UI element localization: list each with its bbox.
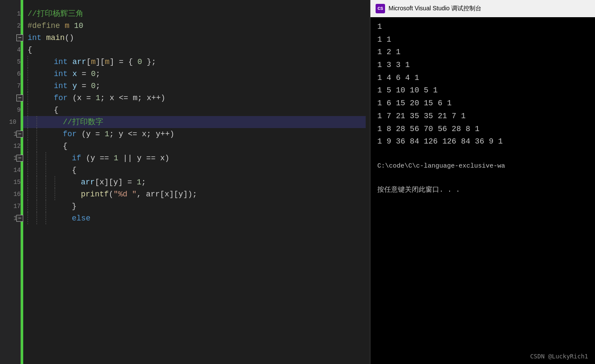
t6: = [77,68,91,80]
il15b [37,176,37,188]
il15a [28,176,28,188]
il17a [28,200,28,212]
tc10: //打印数字 [63,116,103,128]
token-0: 0 [137,56,142,68]
line-num-2: 2 [4,21,23,31]
indent-l10b [37,116,37,128]
il16a [28,188,28,200]
code-line-10: 10 //打印数字 [23,116,366,128]
t7b: ; [96,80,100,92]
code-line-17: 17 } [28,200,370,212]
console-panel: CS Microsoft Visual Studio 调试控制台 1 1 1 1… [370,0,595,364]
code-line-8: 8 − for (x = 1; x <= m; x++) [28,92,370,104]
console-titlebar: CS Microsoft Visual Studio 调试控制台 [370,0,595,17]
line-num-7: 7 [4,82,23,91]
code-content: 1 //打印杨辉三角 2 #define m 10 3 − int main()… [23,0,370,364]
il14b [37,164,37,176]
token-int: int [28,32,41,44]
token-m1: m [91,56,96,68]
t5c: ] = { [110,56,138,68]
token-space [69,20,74,32]
fold-minus-main[interactable]: − [16,34,23,41]
t5: [ [86,56,91,68]
token-int2: int [54,56,68,68]
fold-minus-for2[interactable]: − [16,131,23,138]
tk13: if [72,153,81,164]
code-line-5: 5 int arr[m][m] = { 0 }; [28,56,370,68]
output-row-7: 1 6 15 20 15 6 1 [377,97,588,110]
tn7: 0 [91,80,96,92]
fold-minus-for1[interactable]: − [16,95,23,101]
tn13: 1 [114,153,118,164]
tk8: for [54,92,68,104]
indent-l11b [37,128,37,140]
s7 [68,80,72,92]
code-line-11: 11 − for (y = 1; y <= x; y++) [28,128,370,140]
indent-l13b [37,152,37,164]
line-num-5: 5 [4,58,23,67]
code-line-15: 15 arr[x][y] = 1; [28,176,370,188]
indent-l8 [28,92,28,104]
il14c [46,164,46,176]
il14a [28,164,28,176]
token-preprocessor: #define [28,20,65,32]
code-line-4: 4 { [28,44,370,56]
console-icon-label: CS [377,6,383,11]
tn11: 1 [105,128,109,140]
tn6: 0 [91,68,96,80]
indent-l7 [28,80,28,92]
indent-l12b [37,140,37,152]
tn8: 1 [96,92,100,104]
il15c [46,176,46,188]
s6 [68,68,72,80]
line-num-15: 15 [4,178,23,187]
code-line-3: 3 − int main() [28,32,370,44]
output-row-5: 1 4 6 4 1 [377,72,588,85]
ts16: "%d " [114,189,137,200]
t15: [x][y] = [95,177,136,188]
token-space2 [41,32,46,44]
il16d [55,188,55,200]
fold-minus-if[interactable]: − [16,155,23,162]
code-line-12: 12 { [28,140,370,152]
t16b: , arr[x][y]); [137,189,197,200]
t11b: ; y <= x; y++) [109,128,174,140]
indent-1 [28,56,28,68]
t7: = [77,80,91,92]
output-row-10: 1 9 36 84 126 126 84 36 9 1 [377,135,588,148]
line-num-9: 9 [4,106,23,115]
il16c [46,188,46,200]
main-container: 1 //打印杨辉三角 2 #define m 10 3 − int main()… [0,0,595,364]
token-number: 10 [74,20,83,32]
code-line-2: 2 #define m 10 [28,20,370,32]
output-row-1: 1 [377,21,588,34]
output-row-2: 1 1 [377,34,588,46]
t6b: ; [96,68,100,80]
indent-l6 [28,68,28,80]
output-row-9: 1 8 28 56 70 56 28 8 1 [377,123,588,136]
il18a [28,212,28,224]
tv15: arr [81,177,95,188]
output-close: 按任意键关闭此窗口. . . [377,184,588,196]
t15b: ; [141,177,146,188]
ti6: int [54,68,68,80]
indent-l13c [46,152,46,164]
token-macro: m [65,20,69,32]
indent-l11a [28,128,28,140]
line-num-6: 6 [4,70,23,79]
token-arr: arr [72,56,86,68]
output-row-4: 1 3 3 1 [377,59,588,72]
code-line-9: 9 { [28,104,370,116]
il17b [37,200,37,212]
output-row-6: 1 5 10 10 5 1 [377,84,588,97]
token-comment: //打印杨辉三角 [28,8,83,20]
tk11: for [63,128,77,140]
s2 [68,56,72,68]
code-editor-panel: 1 //打印杨辉三角 2 #define m 10 3 − int main()… [0,0,370,364]
tb9: { [54,104,59,116]
il16b [37,188,37,200]
indent-l10a [28,116,28,128]
code-line-7: 7 int y = 0; [28,80,370,92]
fold-minus-else[interactable]: − [16,215,23,222]
tk18: else [72,213,90,224]
